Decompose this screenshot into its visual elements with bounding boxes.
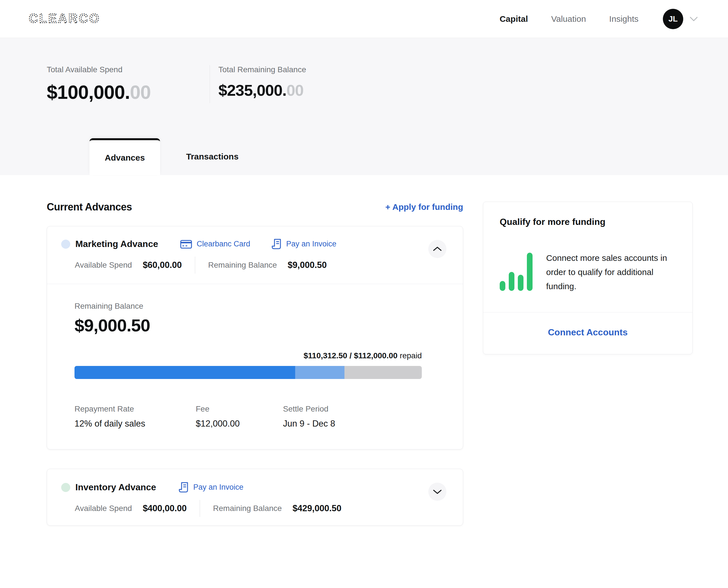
detail-value: $12,000.00 — [196, 419, 283, 429]
detail-label: Settle Period — [283, 404, 335, 414]
main-content: Current Advances + Apply for funding Mar… — [0, 175, 728, 526]
collapse-card-button[interactable] — [428, 240, 446, 258]
expanded-remaining-balance-label: Remaining Balance — [75, 302, 422, 311]
advance-stats-row: Available Spend $60,00.00 Remaining Bala… — [75, 257, 418, 274]
available-spend-label: Available Spend — [75, 260, 132, 270]
invoice-icon — [271, 238, 282, 250]
advance-title: Marketing Advance — [75, 239, 158, 249]
qualify-funding-card: Qualify for more funding Connect more sa… — [483, 202, 692, 354]
detail-value: Jun 9 - Dec 8 — [283, 419, 335, 429]
advance-title: Inventory Advance — [75, 482, 156, 492]
advance-card-header: Marketing Advance Clearbanc Card — [47, 226, 463, 284]
detail-settle-period: Settle Period Jun 9 - Dec 8 — [283, 404, 335, 429]
expanded-remaining-balance-value: $9,000.50 — [75, 315, 422, 335]
page-title: Current Advances — [47, 201, 132, 213]
advance-title-row: Inventory Advance Pay an Invoice — [61, 482, 418, 493]
stat-total-remaining-balance: Total Remaining Balance $235,000.00 — [210, 65, 306, 103]
chevron-down-icon — [689, 16, 699, 22]
tab-advances[interactable]: Advances — [89, 138, 160, 175]
remaining-balance-value: $429,000.50 — [293, 503, 341, 513]
detail-label: Repayment Rate — [75, 404, 196, 414]
nav-item-valuation[interactable]: Valuation — [551, 14, 586, 24]
top-nav: CLEARCO Capital Valuation Insights JL — [0, 0, 728, 38]
remaining-balance-value: $9,000.50 — [288, 260, 327, 270]
advance-quick-links: Pay an Invoice — [178, 482, 243, 493]
advance-status-dot — [61, 483, 70, 492]
progress-primary-segment — [75, 366, 295, 379]
sidebar-column: Qualify for more funding Connect more sa… — [483, 201, 692, 526]
pay-invoice-label: Pay an Invoice — [193, 483, 243, 492]
apply-for-funding-link[interactable]: + Apply for funding — [385, 202, 463, 212]
brand-logo[interactable]: CLEARCO — [28, 9, 113, 29]
advances-column: Current Advances + Apply for funding Mar… — [47, 201, 463, 526]
nav-links: Capital Valuation Insights JL — [500, 9, 699, 29]
stat-value: $235,000.00 — [219, 81, 306, 100]
qualify-card-body: Qualify for more funding Connect more sa… — [483, 202, 692, 312]
qualify-card-title: Qualify for more funding — [500, 217, 677, 227]
clearco-logo-icon: CLEARCO — [28, 9, 113, 28]
nav-item-capital[interactable]: Capital — [500, 14, 528, 24]
clearbanc-card-link[interactable]: Clearbanc Card — [180, 239, 250, 249]
stat-total-available-spend: Total Available Spend $100,000.00 — [47, 65, 210, 103]
repaid-amounts: $110,312.50 / $112,000.00 — [304, 351, 398, 360]
detail-fee: Fee $12,000.00 — [196, 404, 283, 429]
remaining-balance-label: Remaining Balance — [213, 504, 282, 513]
invoice-icon — [178, 482, 189, 493]
nav-item-insights[interactable]: Insights — [609, 14, 639, 24]
advance-stats-row: Available Spend $400,00.00 Remaining Bal… — [75, 500, 418, 517]
advance-expanded-panel: Remaining Balance $9,000.50 $110,312.50 … — [47, 284, 463, 449]
advance-quick-links: Clearbanc Card Pay an Invoice — [180, 238, 336, 250]
stat-label: Total Remaining Balance — [219, 65, 306, 74]
advance-detail-row: Repayment Rate 12% of daily sales Fee $1… — [75, 404, 422, 429]
detail-label: Fee — [196, 404, 283, 414]
pay-invoice-link[interactable]: Pay an Invoice — [271, 238, 336, 250]
advances-header-row: Current Advances + Apply for funding — [47, 201, 463, 213]
qualify-card-description: Connect more sales accounts in order to … — [546, 251, 671, 293]
summary-stats: Total Available Spend $100,000.00 Total … — [47, 65, 728, 103]
qualify-card-footer: Connect Accounts — [483, 312, 692, 354]
repayment-progress-bar — [75, 366, 422, 379]
pay-invoice-label: Pay an Invoice — [286, 239, 336, 248]
chevron-down-icon — [432, 489, 442, 495]
advance-card-marketing: Marketing Advance Clearbanc Card — [47, 226, 463, 449]
connect-accounts-link[interactable]: Connect Accounts — [548, 327, 628, 337]
tab-bar: Advances Transactions — [89, 138, 728, 175]
logo-text: CLEARCO — [29, 11, 101, 25]
advance-card-inventory: Inventory Advance Pay an Invoice — [47, 469, 463, 526]
chevron-up-icon — [432, 246, 442, 252]
detail-repayment-rate: Repayment Rate 12% of daily sales — [75, 404, 196, 429]
stat-cents: 00 — [130, 81, 151, 103]
clearbanc-card-label: Clearbanc Card — [196, 239, 250, 248]
tab-transactions[interactable]: Transactions — [160, 138, 265, 175]
progress-secondary-segment — [295, 366, 345, 379]
user-menu[interactable]: JL — [663, 9, 699, 29]
available-spend-value: $400,00.00 — [143, 503, 187, 513]
advance-card-header: Inventory Advance Pay an Invoice — [47, 469, 463, 525]
pay-invoice-link[interactable]: Pay an Invoice — [178, 482, 243, 493]
available-spend-label: Available Spend — [75, 504, 132, 513]
detail-value: 12% of daily sales — [75, 419, 196, 429]
bar-chart-icon — [500, 253, 533, 293]
credit-card-icon — [180, 239, 192, 249]
qualify-card-row: Connect more sales accounts in order to … — [500, 251, 677, 293]
advance-title-row: Marketing Advance Clearbanc Card — [61, 238, 418, 250]
stat-label: Total Available Spend — [47, 65, 210, 74]
repaid-suffix: repaid — [397, 351, 422, 360]
avatar[interactable]: JL — [663, 9, 683, 29]
available-spend-value: $60,00.00 — [143, 260, 182, 270]
expand-card-button[interactable] — [428, 483, 446, 501]
stat-value: $100,000.00 — [47, 81, 210, 103]
summary-section: Total Available Spend $100,000.00 Total … — [0, 38, 728, 175]
remaining-balance-label: Remaining Balance — [208, 260, 277, 270]
stat-cents: 00 — [286, 81, 304, 99]
advance-status-dot — [61, 239, 70, 249]
vertical-divider — [195, 257, 195, 274]
repaid-summary: $110,312.50 / $112,000.00 repaid — [75, 351, 422, 360]
